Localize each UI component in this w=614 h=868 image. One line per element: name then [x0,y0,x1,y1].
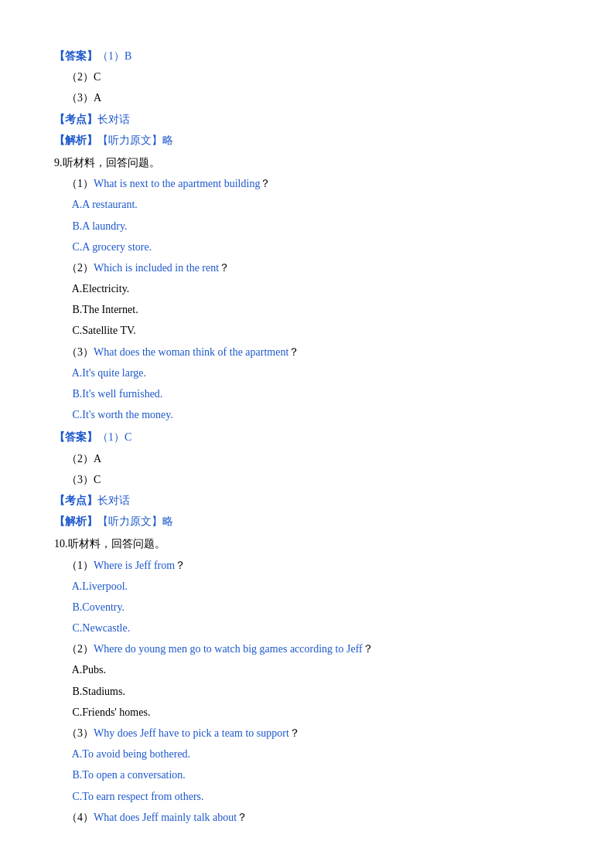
sub-answer-2: （2）C [67,67,560,87]
q9-opt-b: B.A laundry. [70,216,560,236]
q9-opt-a: A.A restaurant. [70,195,560,214]
q9-s2-opt-a: A.Electricity. [70,279,560,298]
q9-s3-opt-b: B.It's well furnished. [70,384,560,403]
sub-answer-3b: （3）C [67,470,560,489]
q9-s3-opt-c: C.It's worth the money. [70,405,560,424]
q10-s2-opt-a: A.Pubs. [70,660,560,679]
q9-opt-c: C.A grocery store. [70,237,560,257]
q9-s2-opt-c: C.Satellite TV. [70,321,560,340]
q9-s3-opt-a: A.It's quite large. [70,363,560,383]
jiexi-2: 【解析】【听力原文】略 [54,512,560,531]
q9-sub1: （1）What is next to the apartment buildin… [67,174,560,193]
question-9-title: 9.听材料，回答问题。 [54,153,560,172]
question-10-title: 10.听材料，回答问题。 [54,534,560,553]
q9-sub2: （2）Which is included in the rent？ [67,258,560,277]
q9-s2-opt-b: B.The Internet. [70,300,560,319]
jiexi-1: 【解析】【听力原文】略 [54,131,560,150]
q10-sub2: （2）Where do young men go to watch big ga… [67,639,560,659]
q10-opt-b: B.Coventry. [70,597,560,617]
q10-sub3: （3）Why does Jeff have to pick a team to … [67,723,560,743]
sub-answer-3: （3）A [67,88,560,107]
kaodian-2: 【考点】长对话 [54,491,560,510]
q10-s3-opt-b: B.To open a conversation. [70,765,560,785]
q10-sub1: （1）Where is Jeff from？ [67,556,560,575]
q10-opt-a: A.Liverpool. [70,577,560,596]
q10-sub4: （4）What does Jeff mainly talk about？ [67,808,560,827]
answer-header-1: 【答案】（1）B [54,46,560,66]
kaodian-1: 【考点】长对话 [54,110,560,129]
q10-s3-opt-c: C.To earn respect from others. [70,787,560,806]
sub-answer-2b: （2）A [67,449,560,468]
q9-sub3: （3）What does the woman think of the apar… [67,342,560,362]
answer-header-2: 【答案】（1）C [54,427,560,447]
q10-s2-opt-b: B.Stadiums. [70,682,560,701]
q10-s2-opt-c: C.Friends' homes. [70,703,560,722]
q10-opt-c: C.Newcastle. [70,618,560,638]
main-content: 【答案】（1）B （2）C （3）A 【考点】长对话 【解析】【听力原文】略 9… [54,46,560,827]
q10-s3-opt-a: A.To avoid being bothered. [70,744,560,764]
